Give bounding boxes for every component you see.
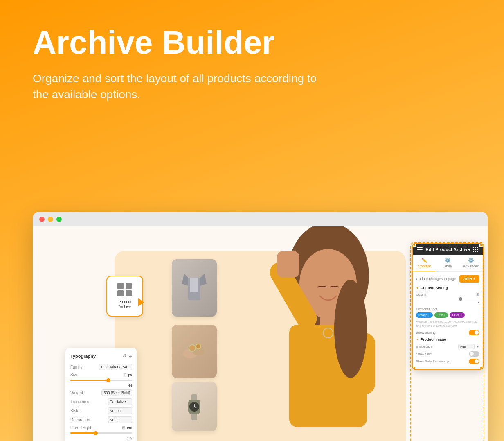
line-height-value: 1.5 [70, 436, 132, 440]
product-image-rings [172, 325, 217, 378]
decoration-row: Decoration None [70, 416, 132, 423]
size-link-icon: ⊞ [123, 373, 126, 377]
hero-title: Archive Builder [33, 25, 471, 61]
product-image-watch [172, 382, 217, 431]
show-sale-percentage-row: Show Sale Percentage [416, 359, 479, 364]
svg-point-7 [196, 344, 201, 349]
edit-panel-tabs: ✏️ Content ⚙️ Style ⚙️ Advanced [413, 255, 483, 272]
maximize-dot[interactable] [56, 217, 62, 222]
archive-grid-icon [117, 283, 132, 296]
weight-label: Weight [70, 391, 83, 395]
image-size-label: Image Size [416, 345, 432, 348]
update-row: Update changes to page APPLY [416, 275, 479, 283]
apply-button[interactable]: APPLY [459, 275, 479, 283]
element-order-tags: Image × Title × Price × [416, 312, 479, 318]
size-row: Size ⊞ px [70, 373, 132, 377]
weight-select[interactable]: 600 (Semi Bold) [101, 389, 132, 396]
browser-content: Product Archive [33, 226, 488, 441]
line-height-slider[interactable] [70, 432, 132, 434]
size-unit: px [128, 373, 132, 377]
weight-row: Weight 600 (Semi Bold) [70, 389, 132, 396]
family-row: Family Plus Jakarta Sa... [70, 364, 132, 370]
tag-image-remove[interactable]: × [428, 313, 430, 317]
column-slider[interactable] [416, 299, 479, 299]
family-select[interactable]: Plus Jakarta Sa... [99, 364, 132, 370]
edit-panel-header: Edit Product Archive [413, 244, 483, 255]
line-height-control: ⊞ em [122, 425, 132, 430]
tag-price[interactable]: Price × [450, 312, 465, 318]
svg-marker-1 [182, 274, 188, 286]
transform-select[interactable]: Capitalize [108, 398, 132, 405]
show-sale-toggle[interactable] [469, 351, 479, 357]
typography-panel: Typography ↺ + Family Plus Jakarta Sa...… [65, 348, 137, 441]
show-sorting-row: Show Sorting [416, 330, 479, 335]
add-icon[interactable]: + [129, 353, 132, 360]
minimize-dot[interactable] [48, 217, 53, 222]
hamburger-icon[interactable] [417, 247, 423, 251]
tag-title[interactable]: Title × [434, 312, 448, 318]
image-size-select[interactable]: Full [458, 344, 475, 349]
edit-panel-body: Update changes to page APPLY Content Set… [413, 272, 483, 369]
line-height-row: Line-Height ⊞ em [70, 425, 132, 430]
tag-title-remove[interactable]: × [444, 313, 446, 317]
image-size-row: Image Size Full ▼ [416, 344, 479, 349]
jacket-icon [182, 269, 207, 306]
style-row: Style Normal [70, 407, 132, 414]
style-tab-icon: ⚙️ [445, 258, 451, 263]
line-height-label: Line-Height [70, 425, 91, 430]
browser-titlebar [33, 212, 488, 226]
svg-point-21 [334, 280, 367, 378]
family-label: Family [70, 365, 82, 369]
close-dot[interactable] [39, 217, 45, 222]
show-sorting-toggle[interactable] [469, 330, 479, 335]
product-archive-card[interactable]: Product Archive [106, 276, 143, 317]
tag-price-remove[interactable]: × [461, 313, 463, 317]
select-chevron: ▼ [476, 345, 479, 348]
image-size-select-container: Full ▼ [458, 344, 479, 349]
show-sale-percentage-label: Show Sale Percentage [416, 360, 449, 363]
svg-rect-3 [190, 278, 198, 292]
decoration-label: Decoration [70, 418, 90, 422]
style-tab-label: Style [443, 264, 452, 268]
column-row: Column ⊞ [416, 292, 479, 296]
update-label: Update changes to page [416, 277, 456, 281]
column-value: 3 [416, 301, 479, 305]
show-sorting-label: Show Sorting [416, 331, 436, 335]
element-order-hint: Arrange the element order. You also can … [416, 320, 479, 328]
decoration-select[interactable]: None [108, 416, 132, 423]
size-value: 44 [70, 383, 132, 387]
tag-image-label: Image [418, 313, 428, 317]
archive-arrow [138, 298, 144, 306]
tag-image[interactable]: Image × [416, 312, 433, 318]
product-image-jacket [172, 259, 217, 317]
svg-point-6 [189, 345, 196, 351]
advanced-tab-icon: ⚙️ [468, 258, 474, 263]
rings-icon [180, 339, 209, 364]
style-select[interactable]: Normal [108, 407, 132, 414]
grid-apps-icon[interactable] [473, 247, 479, 252]
show-sale-percentage-toggle[interactable] [469, 359, 479, 364]
refresh-icon[interactable]: ↺ [122, 353, 126, 360]
tab-advanced[interactable]: ⚙️ Advanced [459, 255, 483, 271]
tag-price-label: Price [452, 313, 459, 317]
svg-rect-8 [191, 394, 197, 400]
hero-section: Archive Builder Organize and sort the la… [0, 0, 504, 102]
tab-style[interactable]: ⚙️ Style [436, 255, 459, 271]
tag-title-label: Title [437, 313, 443, 317]
tab-content[interactable]: ✏️ Content [413, 255, 436, 271]
typography-panel-title: Typography [70, 354, 96, 359]
size-label: Size [70, 373, 78, 377]
transform-label: Transform [70, 400, 89, 404]
content-setting-label: Content Setting [416, 286, 479, 290]
content-tab-icon: ✏️ [421, 258, 428, 263]
size-control: ⊞ px [123, 373, 132, 377]
style-label: Style [70, 409, 79, 413]
woman-svg [256, 226, 400, 441]
product-image-label: Product Image [416, 337, 479, 341]
watch-icon [184, 392, 205, 421]
column-label: Column [416, 293, 428, 296]
edit-panel-title: Edit Product Archive [425, 247, 470, 252]
size-slider[interactable] [70, 380, 132, 381]
svg-rect-11 [191, 414, 197, 420]
line-height-unit: em [127, 426, 132, 430]
